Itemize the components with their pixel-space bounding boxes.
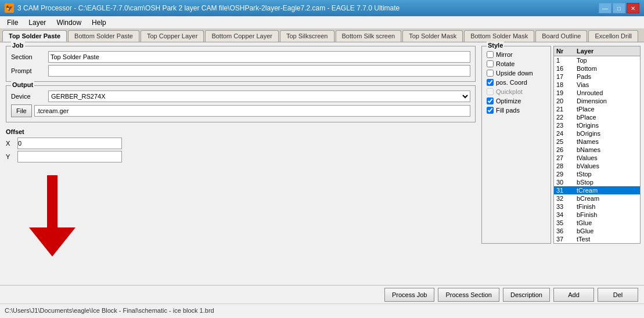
layer-row[interactable]: 19Unrouted xyxy=(554,89,640,97)
cb-mirror-input[interactable] xyxy=(487,51,494,58)
menu-window[interactable]: Window xyxy=(52,17,86,28)
left-panel: Job Section Prompt Output Device GE xyxy=(0,42,481,285)
prompt-input[interactable] xyxy=(48,65,470,77)
cb-fill-pads: Fill pads xyxy=(487,107,546,114)
layer-row[interactable]: 16Bottom xyxy=(554,64,640,73)
offset-y-label: Y xyxy=(6,153,15,160)
cb-quickplot: Quickplot xyxy=(487,88,546,95)
cb-rotate-input[interactable] xyxy=(487,60,494,67)
offset-section: Offset X Y xyxy=(6,128,476,162)
process-section-button[interactable]: Process Section xyxy=(438,288,499,302)
tab-top-copper-layer[interactable]: Top Copper Layer xyxy=(141,30,204,42)
tab-excellon-drill[interactable]: Excellon Drill xyxy=(588,30,638,42)
layer-row[interactable]: 29tStop xyxy=(554,170,640,178)
minimize-button[interactable]: — xyxy=(599,3,611,13)
cb-fill-pads-input[interactable] xyxy=(487,107,494,114)
layer-row[interactable]: 31tCream xyxy=(554,186,640,194)
offset-y-input[interactable] xyxy=(17,151,122,162)
cb-upside-down-input[interactable] xyxy=(487,70,494,77)
offset-y-row: Y xyxy=(6,151,476,162)
prompt-row: Prompt xyxy=(11,65,470,77)
cb-quickplot-label: Quickplot xyxy=(496,88,523,95)
close-button[interactable]: ✕ xyxy=(627,3,639,13)
cb-rotate-label: Rotate xyxy=(496,60,515,67)
main-content: Job Section Prompt Output Device GE xyxy=(0,42,644,285)
menu-bar: File Layer Window Help xyxy=(0,16,644,29)
cb-pos-coord-label: pos. Coord xyxy=(496,79,527,86)
layers-rows: 1Top16Bottom17Pads18Vias19Unrouted20Dime… xyxy=(554,56,640,243)
status-bar: C:\Users\J1\Documents\eagle\Ice Block - … xyxy=(0,303,644,316)
output-group: Output Device GERBER_RS274X GERBER_RS274… xyxy=(6,85,476,122)
layer-row[interactable]: 17Pads xyxy=(554,73,640,81)
del-button[interactable]: Del xyxy=(598,288,638,302)
layer-row[interactable]: 23tOrigins xyxy=(554,121,640,129)
tab-bottom-copper-layer[interactable]: Bottom Copper Layer xyxy=(205,30,279,42)
layer-row[interactable]: 30bStop xyxy=(554,178,640,186)
layer-row[interactable]: 36bGlue xyxy=(554,227,640,235)
tab-board-outline[interactable]: Board Outline xyxy=(535,30,587,42)
tab-bottom-solder-mask[interactable]: Bottom Solder Mask xyxy=(464,30,534,42)
layer-row[interactable]: 33tFinish xyxy=(554,203,640,211)
layer-row[interactable]: 21tPlace xyxy=(554,105,640,113)
section-input[interactable] xyxy=(48,51,470,63)
job-group-label: Job xyxy=(11,42,25,49)
menu-help[interactable]: Help xyxy=(87,17,111,28)
tab-top-solder-mask[interactable]: Top Solder Mask xyxy=(402,30,463,42)
layers-list[interactable]: Nr Layer 1Top16Bottom17Pads18Vias19Unrou… xyxy=(553,46,641,244)
offset-label: Offset xyxy=(6,128,476,135)
output-group-label: Output xyxy=(11,81,34,88)
layer-row[interactable]: 1Top xyxy=(554,56,640,64)
device-label: Device xyxy=(11,93,46,100)
job-group: Job Section Prompt xyxy=(6,46,476,82)
file-button[interactable]: File xyxy=(11,104,32,117)
cb-optimize: Optimize xyxy=(487,97,546,104)
title-bar-controls: — □ ✕ xyxy=(599,3,639,13)
maximize-button[interactable]: □ xyxy=(613,3,625,13)
file-row: File xyxy=(11,104,470,117)
layer-row[interactable]: 25tNames xyxy=(554,138,640,146)
status-path: C:\Users\J1\Documents\eagle\Ice Block - … xyxy=(5,307,214,314)
layer-row[interactable]: 34bFinish xyxy=(554,211,640,219)
tab-top-solder-paste[interactable]: Top Solder Paste xyxy=(2,30,67,42)
section-label: Section xyxy=(11,53,46,60)
top-right: Style Mirror Rotate Upside down xyxy=(481,46,641,244)
layer-row[interactable]: 28bValues xyxy=(554,162,640,170)
process-job-button[interactable]: Process Job xyxy=(384,288,435,302)
layer-row[interactable]: 18Vias xyxy=(554,81,640,89)
layer-row[interactable]: 26bNames xyxy=(554,146,640,154)
layer-row[interactable]: 27tValues xyxy=(554,154,640,162)
menu-file[interactable]: File xyxy=(2,17,23,28)
device-row: Device GERBER_RS274X GERBER_RS274D EXCEL… xyxy=(11,91,470,102)
layer-row[interactable]: 22bPlace xyxy=(554,113,640,121)
cb-pos-coord-input[interactable] xyxy=(487,79,494,86)
title-bar-text: 3 CAM Processor - C:\EAGLE-7.7.0\cam\OSH… xyxy=(17,4,400,12)
cb-mirror-label: Mirror xyxy=(496,51,513,58)
style-group-label: Style xyxy=(487,42,504,49)
layers-layer-header: Layer xyxy=(577,48,638,55)
device-select[interactable]: GERBER_RS274X GERBER_RS274D EXCELLON EXC… xyxy=(48,91,470,102)
tab-top-silkscreen[interactable]: Top Silkscreen xyxy=(280,30,334,42)
layer-row[interactable]: 35tGlue xyxy=(554,219,640,227)
right-panel: Style Mirror Rotate Upside down xyxy=(481,42,644,285)
layer-row[interactable]: 20Dimension xyxy=(554,97,640,105)
title-bar: 🦅 3 CAM Processor - C:\EAGLE-7.7.0\cam\O… xyxy=(0,0,644,16)
cb-quickplot-input[interactable] xyxy=(487,88,494,95)
menu-layer[interactable]: Layer xyxy=(24,17,51,28)
offset-x-label: X xyxy=(6,140,15,147)
layer-row[interactable]: 37tTest xyxy=(554,235,640,243)
tab-bottom-solder-paste[interactable]: Bottom Solder Paste xyxy=(68,30,139,42)
layer-row[interactable]: 32bCream xyxy=(554,194,640,203)
section-row: Section xyxy=(11,51,470,63)
add-button[interactable]: Add xyxy=(553,288,594,302)
offset-x-row: X xyxy=(6,138,476,149)
cb-optimize-input[interactable] xyxy=(487,97,494,104)
style-group: Style Mirror Rotate Upside down xyxy=(481,46,551,244)
tab-bottom-silk-screen[interactable]: Bottom Silk screen xyxy=(336,30,402,42)
description-button[interactable]: Description xyxy=(503,288,550,302)
offset-x-input[interactable] xyxy=(17,138,122,149)
file-input[interactable] xyxy=(34,105,470,117)
layer-row[interactable]: 24bOrigins xyxy=(554,129,640,138)
layers-header: Nr Layer xyxy=(554,46,640,56)
cb-upside-down-label: Upside down xyxy=(496,70,533,77)
cb-rotate: Rotate xyxy=(487,60,546,67)
